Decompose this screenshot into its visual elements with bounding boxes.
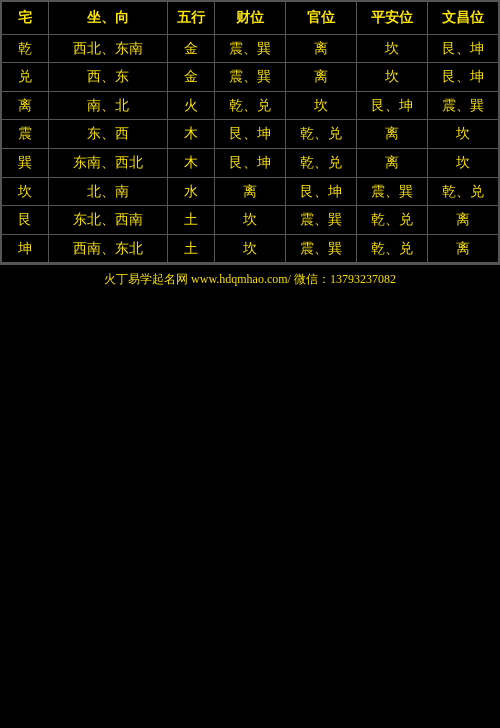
cell-gw-1: 离 [286,63,357,92]
header-gw: 官位 [286,1,357,34]
table-body: 乾西北、东南金震、巽离坎艮、坤兑西、东金震、巽离坎艮、坤离南、北火乾、兑坎艮、坤… [1,34,499,263]
fengshui-table: 宅 坐、向 五行 财位 官位 平安位 文昌位 乾西北、东南金震、巽离坎艮、坤兑西… [0,0,500,264]
cell-pa-5: 震、巽 [357,177,428,206]
cell-wx-4: 木 [167,148,214,177]
cell-zuo-1: 西、东 [48,63,167,92]
main-container: 宅 坐、向 五行 财位 官位 平安位 文昌位 乾西北、东南金震、巽离坎艮、坤兑西… [0,0,500,294]
cell-gw-7: 震、巽 [286,234,357,263]
cell-zhai-6: 艮 [1,206,48,235]
cell-wc-2: 震、巽 [428,91,499,120]
cell-wc-0: 艮、坤 [428,34,499,63]
cell-wc-6: 离 [428,206,499,235]
cell-gw-5: 艮、坤 [286,177,357,206]
cell-wx-2: 火 [167,91,214,120]
cell-zuo-0: 西北、东南 [48,34,167,63]
cell-cw-3: 艮、坤 [214,120,285,149]
table-row: 离南、北火乾、兑坎艮、坤震、巽 [1,91,499,120]
cell-wx-7: 土 [167,234,214,263]
cell-wx-3: 木 [167,120,214,149]
cell-gw-0: 离 [286,34,357,63]
cell-gw-6: 震、巽 [286,206,357,235]
cell-pa-1: 坎 [357,63,428,92]
cell-zhai-2: 离 [1,91,48,120]
cell-wx-1: 金 [167,63,214,92]
header-wx: 五行 [167,1,214,34]
cell-cw-4: 艮、坤 [214,148,285,177]
table-header-row: 宅 坐、向 五行 财位 官位 平安位 文昌位 [1,1,499,34]
table-row: 巽东南、西北木艮、坤乾、兑离坎 [1,148,499,177]
cell-zhai-1: 兑 [1,63,48,92]
footer-text: 火丁易学起名网 www.hdqmhao.com/ 微信：13793237082 [0,264,500,294]
cell-wc-5: 乾、兑 [428,177,499,206]
cell-zuo-2: 南、北 [48,91,167,120]
cell-zhai-0: 乾 [1,34,48,63]
cell-cw-0: 震、巽 [214,34,285,63]
cell-cw-1: 震、巽 [214,63,285,92]
table-row: 坤西南、东北土坎震、巽乾、兑离 [1,234,499,263]
cell-zhai-7: 坤 [1,234,48,263]
cell-gw-2: 坎 [286,91,357,120]
cell-wc-7: 离 [428,234,499,263]
cell-zuo-6: 东北、西南 [48,206,167,235]
cell-cw-2: 乾、兑 [214,91,285,120]
table-row: 乾西北、东南金震、巽离坎艮、坤 [1,34,499,63]
table-row: 坎北、南水离艮、坤震、巽乾、兑 [1,177,499,206]
cell-wc-3: 坎 [428,120,499,149]
table-row: 兑西、东金震、巽离坎艮、坤 [1,63,499,92]
cell-pa-2: 艮、坤 [357,91,428,120]
table-row: 艮东北、西南土坎震、巽乾、兑离 [1,206,499,235]
cell-gw-3: 乾、兑 [286,120,357,149]
cell-pa-4: 离 [357,148,428,177]
header-pa: 平安位 [357,1,428,34]
cell-pa-7: 乾、兑 [357,234,428,263]
cell-pa-0: 坎 [357,34,428,63]
cell-pa-3: 离 [357,120,428,149]
cell-zhai-5: 坎 [1,177,48,206]
cell-zuo-3: 东、西 [48,120,167,149]
cell-cw-7: 坎 [214,234,285,263]
cell-cw-5: 离 [214,177,285,206]
cell-wx-6: 土 [167,206,214,235]
cell-cw-6: 坎 [214,206,285,235]
cell-wc-4: 坎 [428,148,499,177]
header-zhai: 宅 [1,1,48,34]
cell-wx-0: 金 [167,34,214,63]
table-row: 震东、西木艮、坤乾、兑离坎 [1,120,499,149]
cell-zuo-4: 东南、西北 [48,148,167,177]
cell-zuo-5: 北、南 [48,177,167,206]
cell-zhai-3: 震 [1,120,48,149]
cell-wx-5: 水 [167,177,214,206]
cell-zhai-4: 巽 [1,148,48,177]
header-wc: 文昌位 [428,1,499,34]
cell-gw-4: 乾、兑 [286,148,357,177]
cell-pa-6: 乾、兑 [357,206,428,235]
cell-wc-1: 艮、坤 [428,63,499,92]
header-cw: 财位 [214,1,285,34]
cell-zuo-7: 西南、东北 [48,234,167,263]
header-zuo: 坐、向 [48,1,167,34]
